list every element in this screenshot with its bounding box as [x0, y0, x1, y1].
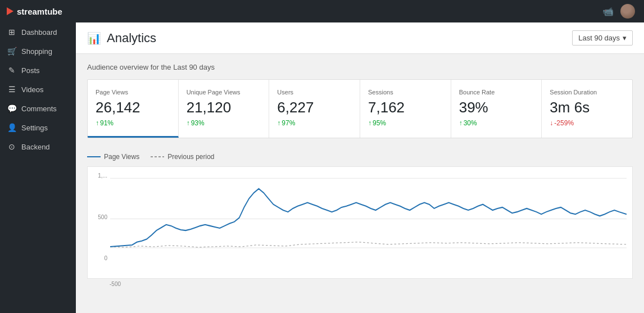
stat-label-pageviews: Page Views	[96, 89, 170, 96]
audience-title: Audience overview for the Last 90 days	[87, 63, 633, 71]
comments-icon: 💬	[7, 104, 17, 113]
page-header: 📊 Analytics Last 90 days ▾	[76, 22, 644, 54]
y-label-bottom: -500	[87, 281, 633, 287]
stat-change-bounce: 30%	[459, 119, 534, 127]
sidebar-label-videos: Videos	[21, 85, 44, 94]
sidebar-label-backend: Backend	[21, 143, 50, 151]
arrow-up-icon	[96, 119, 99, 127]
stat-change-text-unique: 93%	[191, 119, 205, 127]
dashboard-icon: ⊞	[7, 28, 17, 37]
videos-icon: ☰	[7, 85, 17, 94]
analytics-chart-icon: 📊	[87, 31, 101, 45]
stat-change-text-duration: -259%	[554, 119, 574, 127]
settings-icon: 👤	[7, 123, 17, 132]
stat-value-pageviews: 26,142	[96, 100, 170, 115]
sidebar-item-posts[interactable]: ✎ Posts	[0, 61, 76, 80]
period-label: Last 90 days	[578, 34, 620, 42]
stat-change-unique-pageviews: 93%	[187, 119, 261, 127]
y-label-mid: 500	[98, 214, 107, 220]
stat-label-users: Users	[277, 89, 352, 96]
avatar-image	[620, 4, 635, 19]
legend-current-label: Page Views	[104, 153, 139, 161]
sidebar-item-comments[interactable]: 💬 Comments	[0, 99, 76, 118]
stat-card-unique-pageviews[interactable]: Unique Page Views 21,120 93%	[179, 80, 270, 138]
period-dropdown[interactable]: Last 90 days ▾	[572, 30, 633, 46]
backend-icon: ⊙	[7, 142, 17, 151]
stat-change-text-users: 97%	[282, 119, 295, 127]
chart-legend: Page Views Previous period	[87, 153, 633, 161]
stat-card-bounce[interactable]: Bounce Rate 39% 30%	[451, 80, 542, 138]
stat-card-users[interactable]: Users 6,227 97%	[269, 80, 360, 138]
legend-previous: Previous period	[151, 153, 214, 161]
arrow-up-icon-5	[459, 119, 462, 127]
arrow-down-icon	[550, 119, 553, 127]
legend-current: Page Views	[87, 153, 139, 161]
stat-value-unique-pageviews: 21,120	[187, 100, 261, 115]
sidebar-label-settings: Settings	[21, 124, 48, 132]
stat-change-duration: -259%	[550, 119, 624, 127]
stat-label-duration: Session Duration	[550, 89, 624, 96]
brand-logo[interactable]: streamtube	[0, 0, 76, 22]
page-title-area: 📊 Analytics	[87, 31, 156, 46]
stat-label-unique-pageviews: Unique Page Views	[187, 89, 261, 96]
sidebar-label-comments: Comments	[21, 105, 57, 113]
chart-wrapper: 1,... 500 0	[87, 166, 633, 279]
arrow-up-icon-2	[187, 119, 190, 127]
video-camera-icon[interactable]: 📹	[602, 6, 614, 17]
stat-value-bounce: 39%	[459, 100, 534, 115]
stat-change-pageviews: 91%	[96, 119, 170, 127]
content-area: 📊 Analytics Last 90 days ▾ Audience over…	[76, 22, 644, 313]
stat-card-duration[interactable]: Session Duration 3m 6s -259%	[542, 80, 632, 138]
stats-container: Page Views 26,142 91% Unique Page Views …	[87, 79, 633, 138]
stat-value-users: 6,227	[277, 100, 352, 115]
audience-section: Audience overview for the Last 90 days P…	[76, 54, 644, 147]
chevron-down-icon: ▾	[623, 34, 627, 42]
sidebar-label-posts: Posts	[21, 66, 40, 75]
sidebar-item-settings[interactable]: 👤 Settings	[0, 118, 76, 137]
sidebar-item-videos[interactable]: ☰ Videos	[0, 80, 76, 99]
stat-change-users: 97%	[277, 119, 352, 127]
user-avatar[interactable]	[620, 4, 635, 19]
sidebar: streamtube ⊞ Dashboard 🛒 Shopping ✎ Post…	[0, 0, 76, 313]
stat-card-sessions[interactable]: Sessions 7,162 95%	[360, 80, 451, 138]
brand-name: streamtube	[17, 7, 62, 16]
arrow-up-icon-3	[277, 119, 280, 127]
y-axis-labels: 1,... 500 0	[88, 173, 110, 261]
shopping-icon: 🛒	[7, 47, 17, 56]
legend-line-icon	[87, 156, 101, 157]
legend-dotted-icon	[151, 156, 164, 157]
stat-change-text-sessions: 95%	[373, 119, 386, 127]
arrow-up-icon-4	[368, 119, 371, 127]
legend-previous-label: Previous period	[167, 153, 214, 161]
chart-section: Page Views Previous period 1,... 500 0	[76, 147, 644, 296]
y-label-top: 1,...	[98, 173, 107, 179]
stat-change-text-pageviews: 91%	[100, 119, 114, 127]
y-label-zero: 0	[104, 255, 107, 261]
stat-card-pageviews[interactable]: Page Views 26,142 91%	[88, 80, 179, 138]
stat-label-bounce: Bounce Rate	[459, 89, 534, 96]
line-chart	[110, 173, 627, 265]
sidebar-item-dashboard[interactable]: ⊞ Dashboard	[0, 22, 76, 42]
stat-change-text-bounce: 30%	[464, 119, 477, 127]
page-title: Analytics	[107, 31, 156, 46]
logo-triangle-icon	[7, 7, 13, 15]
stat-value-duration: 3m 6s	[550, 100, 624, 115]
sidebar-label-shopping: Shopping	[21, 47, 52, 56]
main-area: 📹 📊 Analytics Last 90 days ▾ Audience ov…	[76, 0, 644, 313]
sidebar-item-backend[interactable]: ⊙ Backend	[0, 137, 76, 156]
sidebar-nav: ⊞ Dashboard 🛒 Shopping ✎ Posts ☰ Videos …	[0, 22, 76, 313]
posts-icon: ✎	[7, 66, 17, 75]
sidebar-label-dashboard: Dashboard	[21, 28, 57, 37]
sidebar-item-shopping[interactable]: 🛒 Shopping	[0, 42, 76, 61]
stat-label-sessions: Sessions	[368, 89, 443, 96]
topbar: 📹	[76, 0, 644, 22]
stat-change-sessions: 95%	[368, 119, 443, 127]
stat-value-sessions: 7,162	[368, 100, 443, 115]
